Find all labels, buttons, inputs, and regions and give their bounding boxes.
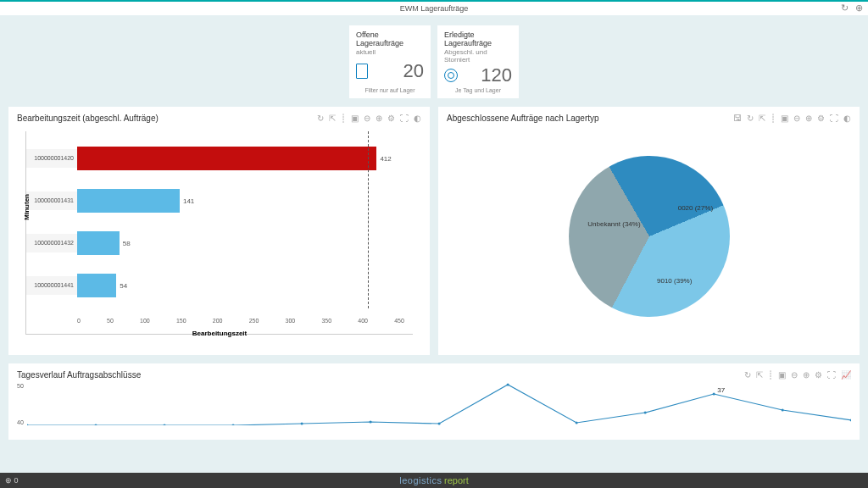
refresh-icon[interactable]: ↻ <box>317 114 324 123</box>
bar-chart-card: Bearbeitungszeit (abgeschl. Aufträge) ↻ … <box>8 107 430 355</box>
bar-value: 54 <box>120 282 127 290</box>
bar-category: 100000001431 <box>26 191 77 210</box>
svg-point-11 <box>781 409 783 412</box>
line-chart: 37 <box>27 383 851 425</box>
zoom-reset-icon[interactable]: ▣ <box>351 114 359 123</box>
footer: ⊕ 0 leogistics report <box>0 473 868 488</box>
zoom-reset-icon[interactable]: ▣ <box>778 370 786 380</box>
refresh-icon[interactable]: ↻ <box>747 114 754 123</box>
refresh-icon[interactable]: ↻ <box>841 3 849 14</box>
save-icon[interactable]: 🖫 <box>733 114 742 123</box>
pie-slice-label: 9010 (39%) <box>657 277 692 285</box>
bar-category: 100000001420 <box>26 149 77 168</box>
svg-point-8 <box>575 422 577 424</box>
svg-point-2 <box>163 424 165 426</box>
bar-value: 58 <box>123 240 131 247</box>
chart-type-icon[interactable]: ◐ <box>843 114 851 123</box>
svg-point-3 <box>231 424 234 426</box>
settings-icon[interactable]: ⚙ <box>387 114 395 123</box>
reference-line <box>368 131 369 308</box>
pie-slice-label: Unbekannt (34%) <box>587 220 640 228</box>
bar-chart: Minuten 100000001420 412100000001431 141… <box>25 131 413 335</box>
export-icon[interactable]: ⇱ <box>329 114 336 123</box>
refresh-icon[interactable]: ↻ <box>744 370 751 380</box>
bar-row: 100000001441 54 <box>77 267 404 304</box>
bar[interactable] <box>77 274 116 297</box>
svg-point-0 <box>27 424 29 426</box>
pie-chart-toolbar: 🖫 ↻ ⇱ ┊ ▣ ⊖ ⊕ ⚙ ⛶ ◐ <box>733 114 851 123</box>
bar[interactable] <box>77 189 180 213</box>
pie-chart: 0020 (27%)9010 (39%)Unbekannt (34%) <box>569 156 730 317</box>
zoom-reset-icon[interactable]: ▣ <box>781 114 788 123</box>
kpi-done-orders[interactable]: Erledigte Lageraufträge Abgeschl. und St… <box>437 25 519 98</box>
bar-value: 412 <box>380 155 391 163</box>
bar-row: 100000001420 412 <box>77 140 404 177</box>
svg-point-4 <box>300 423 303 425</box>
document-icon <box>356 64 368 79</box>
target-icon <box>444 69 458 82</box>
svg-point-10 <box>712 393 715 396</box>
line-chart-card: Tagesverlauf Auftragsabschlüsse ↻ ⇱ ┊ ▣ … <box>8 363 860 440</box>
settings-icon[interactable]: ⚙ <box>815 370 822 380</box>
svg-point-9 <box>643 412 646 414</box>
x-axis: 050100150200250300350400450 <box>77 318 404 324</box>
bar-category: 100000001432 <box>26 234 77 252</box>
footer-status: ⊕ 0 <box>5 476 19 485</box>
zoom-out-icon[interactable]: ⊖ <box>791 370 798 380</box>
bar-row: 100000001432 58 <box>77 225 404 262</box>
kpi-open-orders[interactable]: Offene Lageraufträge aktuell 20 Filter n… <box>349 25 431 98</box>
pie-chart-card: Abgeschlossene Aufträge nach Lagertyp 🖫 … <box>438 107 860 355</box>
line-chart-toolbar: ↻ ⇱ ┊ ▣ ⊖ ⊕ ⚙ ⛶ 📈 <box>744 370 851 380</box>
sep-icon: ┊ <box>771 114 776 123</box>
bar-chart-title: Bearbeitungszeit (abgeschl. Aufträge) <box>17 114 159 123</box>
sep-icon: ┊ <box>341 114 346 123</box>
svg-text:37: 37 <box>717 386 726 394</box>
zoom-in-icon[interactable]: ⊕ <box>376 114 382 123</box>
app-header: EWM Lageraufträge ↻ ⊕ <box>0 0 868 15</box>
bar-category: 100000001441 <box>26 276 77 295</box>
globe-icon[interactable]: ⊕ <box>855 3 863 14</box>
zoom-in-icon[interactable]: ⊕ <box>805 114 812 123</box>
svg-point-6 <box>437 423 440 425</box>
fullscreen-icon[interactable]: ⛶ <box>400 114 409 123</box>
zoom-in-icon[interactable]: ⊕ <box>803 370 810 380</box>
sep-icon: ┊ <box>768 370 773 380</box>
bar-row: 100000001431 141 <box>77 182 404 219</box>
bar-chart-toolbar: ↻ ⇱ ┊ ▣ ⊖ ⊕ ⚙ ⛶ ◐ <box>317 114 421 123</box>
fullscreen-icon[interactable]: ⛶ <box>830 114 838 123</box>
export-icon[interactable]: ⇱ <box>759 114 765 123</box>
line-chart-title: Tagesverlauf Auftragsabschlüsse <box>17 370 141 380</box>
pie-slice-label: 0020 (27%) <box>678 204 713 212</box>
svg-point-5 <box>369 421 371 424</box>
svg-point-7 <box>506 384 509 386</box>
zoom-out-icon[interactable]: ⊖ <box>793 114 800 123</box>
svg-point-12 <box>849 419 851 422</box>
bar[interactable] <box>77 147 376 170</box>
settings-icon[interactable]: ⚙ <box>817 114 825 123</box>
zoom-out-icon[interactable]: ⊖ <box>364 114 370 123</box>
app-title: EWM Lageraufträge <box>400 4 469 13</box>
kpi-row: Offene Lageraufträge aktuell 20 Filter n… <box>0 15 868 107</box>
chart-type-icon[interactable]: ◐ <box>414 114 421 123</box>
bar-value: 141 <box>183 197 194 205</box>
svg-point-1 <box>94 424 97 426</box>
export-icon[interactable]: ⇱ <box>756 370 763 380</box>
chart-type-icon[interactable]: 📈 <box>841 370 851 380</box>
bar[interactable] <box>77 231 120 255</box>
pie-chart-title: Abgeschlossene Aufträge nach Lagertyp <box>447 114 599 123</box>
fullscreen-icon[interactable]: ⛶ <box>827 370 836 380</box>
